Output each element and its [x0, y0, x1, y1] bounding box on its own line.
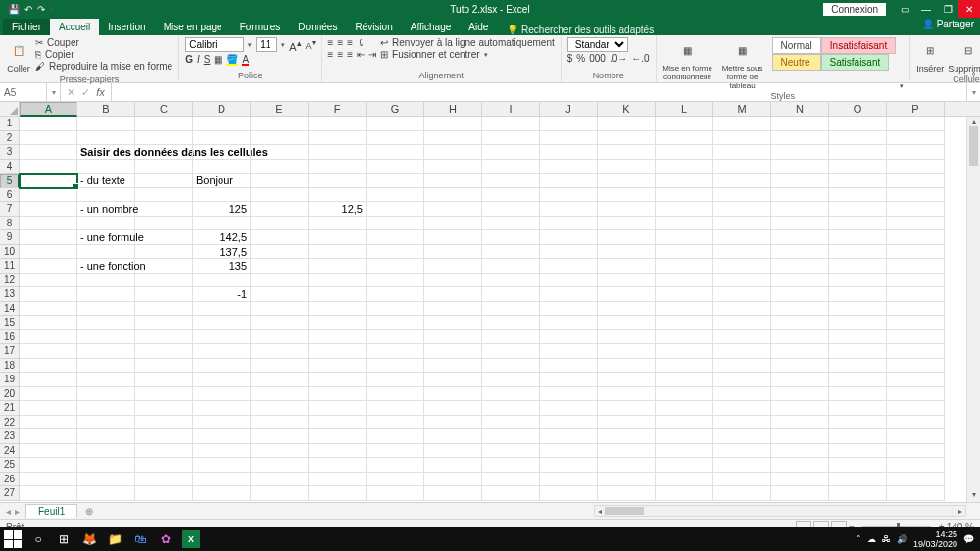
cell-N26[interactable] — [771, 473, 829, 487]
tray-onedrive-icon[interactable]: ☁ — [867, 534, 876, 544]
cell-A9[interactable] — [20, 230, 77, 245]
cell-A12[interactable] — [20, 274, 77, 288]
cell-I12[interactable] — [482, 274, 540, 288]
cell-M8[interactable] — [713, 217, 771, 231]
cell-C16[interactable] — [135, 330, 193, 345]
tray-network-icon[interactable]: 🖧 — [882, 534, 891, 544]
cell-P24[interactable] — [887, 444, 945, 459]
cell-C18[interactable] — [135, 359, 193, 374]
cell-D7[interactable]: 125 — [193, 202, 251, 217]
cell-G5[interactable] — [367, 174, 424, 188]
cell-F17[interactable] — [309, 344, 367, 359]
cell-B3[interactable]: Saisir des données dans les cellules — [77, 145, 135, 160]
row-header[interactable]: 18 — [0, 359, 20, 374]
minimize-icon[interactable]: ― — [915, 0, 937, 18]
cell-O26[interactable] — [829, 473, 887, 487]
cell-N16[interactable] — [771, 330, 829, 345]
cell-N20[interactable] — [771, 387, 829, 402]
row-header[interactable]: 14 — [0, 302, 20, 317]
cell-M25[interactable] — [713, 458, 771, 473]
cell-G10[interactable] — [367, 245, 424, 260]
cell-O14[interactable] — [829, 302, 887, 317]
cell-K14[interactable] — [598, 302, 656, 317]
cell-I16[interactable] — [482, 330, 540, 345]
cell-L15[interactable] — [656, 316, 713, 330]
cell-H1[interactable] — [424, 117, 482, 131]
share-button[interactable]: 👤 Partager — [922, 19, 974, 29]
cell-L11[interactable] — [656, 259, 713, 274]
col-header-K[interactable]: K — [598, 102, 656, 116]
cell-G17[interactable] — [367, 344, 424, 359]
cell-L21[interactable] — [656, 401, 713, 416]
cell-B11[interactable]: - une fonction — [77, 259, 135, 274]
cell-I6[interactable] — [482, 188, 540, 203]
cell-I17[interactable] — [482, 344, 540, 359]
cut-button[interactable]: ✂ Couper — [35, 37, 172, 48]
cell-P3[interactable] — [887, 145, 945, 160]
cell-K9[interactable] — [598, 230, 656, 245]
cell-O12[interactable] — [829, 274, 887, 288]
sheet-nav-prev-icon[interactable]: ◂ — [6, 506, 11, 517]
cell-G21[interactable] — [367, 401, 424, 416]
cell-P9[interactable] — [887, 230, 945, 245]
cell-F10[interactable] — [309, 245, 367, 260]
cell-F18[interactable] — [309, 359, 367, 374]
col-header-O[interactable]: O — [829, 102, 887, 116]
cell-M1[interactable] — [713, 117, 771, 131]
cell-C20[interactable] — [135, 387, 193, 402]
cell-E11[interactable] — [251, 259, 309, 274]
cell-M24[interactable] — [713, 444, 771, 459]
cell-D16[interactable] — [193, 330, 251, 345]
cell-C25[interactable] — [135, 458, 193, 473]
cell-O21[interactable] — [829, 401, 887, 416]
cell-G24[interactable] — [367, 444, 424, 459]
cell-F26[interactable] — [309, 473, 367, 487]
tab-accueil[interactable]: Accueil — [50, 19, 99, 35]
cell-F7[interactable]: 12,5 — [309, 202, 367, 217]
cell-J15[interactable] — [540, 316, 598, 330]
col-header-P[interactable]: P — [887, 102, 945, 116]
cell-B6[interactable] — [77, 188, 135, 203]
cell-I11[interactable] — [482, 259, 540, 274]
format-painter-button[interactable]: 🖌 Reproduire la mise en forme — [35, 61, 172, 72]
cell-G8[interactable] — [367, 217, 424, 231]
cell-J14[interactable] — [540, 302, 598, 317]
cell-K10[interactable] — [598, 245, 656, 260]
cell-L24[interactable] — [656, 444, 713, 459]
col-header-H[interactable]: H — [424, 102, 482, 116]
cell-H2[interactable] — [424, 131, 482, 146]
cell-D24[interactable] — [193, 444, 251, 459]
cell-I5[interactable] — [482, 174, 540, 188]
cell-B15[interactable] — [77, 316, 135, 330]
cell-G16[interactable] — [367, 330, 424, 345]
col-header-B[interactable]: B — [77, 102, 135, 116]
cell-L20[interactable] — [656, 387, 713, 402]
row-header[interactable]: 23 — [0, 429, 20, 444]
cell-I21[interactable] — [482, 401, 540, 416]
select-all-corner[interactable] — [0, 102, 20, 116]
cell-E19[interactable] — [251, 373, 309, 387]
cell-K19[interactable] — [598, 373, 656, 387]
table-format-icon[interactable]: ▦ — [730, 37, 756, 63]
cell-H22[interactable] — [424, 416, 482, 430]
cell-D3[interactable] — [193, 145, 251, 160]
cell-I18[interactable] — [482, 359, 540, 374]
row-header[interactable]: 22 — [0, 416, 20, 430]
cell-D26[interactable] — [193, 473, 251, 487]
cell-D15[interactable] — [193, 316, 251, 330]
cell-D13[interactable]: -1 — [193, 287, 251, 302]
cell-K13[interactable] — [598, 287, 656, 302]
cell-A27[interactable] — [20, 486, 77, 501]
row-header[interactable]: 1 — [0, 117, 20, 131]
cell-J27[interactable] — [540, 486, 598, 501]
cell-C17[interactable] — [135, 344, 193, 359]
cell-E25[interactable] — [251, 458, 309, 473]
cell-A3[interactable] — [20, 145, 77, 160]
cell-N19[interactable] — [771, 373, 829, 387]
cell-C19[interactable] — [135, 373, 193, 387]
cell-F25[interactable] — [309, 458, 367, 473]
col-header-M[interactable]: M — [713, 102, 771, 116]
cell-A25[interactable] — [20, 458, 77, 473]
cell-G14[interactable] — [367, 302, 424, 317]
cell-J6[interactable] — [540, 188, 598, 203]
